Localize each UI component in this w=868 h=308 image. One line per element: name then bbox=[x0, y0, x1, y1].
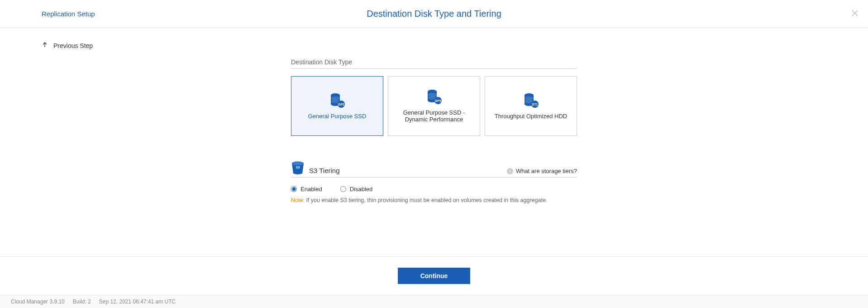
arrow-up-icon bbox=[42, 42, 48, 49]
tiering-section-header: S3 S3 Tiering i What are storage tiers? bbox=[291, 161, 577, 178]
previous-step-link[interactable]: Previous Step bbox=[42, 42, 93, 49]
header-bar: Replication Setup Destination Disk Type … bbox=[0, 0, 868, 28]
radio-input[interactable] bbox=[340, 186, 346, 192]
note-text: If you enable S3 tiering, thin provision… bbox=[306, 197, 547, 203]
disk-type-card-gp2[interactable]: GP2 General Purpose SSD bbox=[291, 76, 383, 136]
page-title: Destination Disk Type and Tiering bbox=[0, 9, 868, 19]
storage-tiers-help-link[interactable]: i What are storage tiers? bbox=[507, 168, 577, 174]
disk-type-card-st1[interactable]: ST1 Throughput Optimized HDD bbox=[485, 76, 577, 136]
disk-type-label: General Purpose SSD - Dynamic Performanc… bbox=[393, 109, 475, 123]
svg-text:ST1: ST1 bbox=[532, 102, 538, 106]
footer-version: Cloud Manager 3.9.10 bbox=[11, 298, 65, 305]
svg-text:S3: S3 bbox=[296, 166, 300, 169]
tiering-radio-enabled[interactable]: Enabled bbox=[291, 186, 322, 192]
disk-type-options: GP2 General Purpose SSD GP3 bbox=[291, 76, 577, 136]
footer-info: Cloud Manager 3.9.10 Build: 2 Sep 12, 20… bbox=[0, 295, 868, 308]
footer-action-bar: Continue bbox=[0, 256, 868, 295]
database-gp2-icon: GP2 bbox=[329, 93, 345, 108]
database-gp3-icon: GP3 bbox=[426, 89, 442, 105]
tiering-radio-disabled[interactable]: Disabled bbox=[340, 186, 373, 192]
note-prefix: Note: bbox=[291, 197, 305, 203]
breadcrumb[interactable]: Replication Setup bbox=[42, 10, 95, 18]
database-st1-icon: ST1 bbox=[523, 93, 539, 108]
info-icon: i bbox=[507, 168, 513, 174]
disk-type-card-gp3[interactable]: GP3 General Purpose SSD - Dynamic Perfor… bbox=[388, 76, 480, 136]
svg-point-10 bbox=[428, 93, 437, 96]
tiering-note: Note: If you enable S3 tiering, thin pro… bbox=[291, 197, 577, 203]
disk-type-label: Throughput Optimized HDD bbox=[495, 113, 567, 120]
footer-build: Build: 2 bbox=[73, 298, 91, 305]
disk-type-label: General Purpose SSD bbox=[308, 113, 367, 120]
close-icon[interactable] bbox=[851, 9, 859, 19]
svg-text:GP3: GP3 bbox=[435, 99, 441, 102]
radio-label: Enabled bbox=[300, 186, 322, 192]
s3-bucket-icon: S3 bbox=[291, 161, 305, 174]
svg-point-3 bbox=[331, 96, 340, 100]
previous-step-label: Previous Step bbox=[53, 42, 93, 49]
help-text: What are storage tiers? bbox=[516, 168, 577, 174]
svg-point-22 bbox=[292, 162, 303, 165]
svg-text:GP2: GP2 bbox=[338, 102, 344, 106]
disk-type-section-label: Destination Disk Type bbox=[291, 58, 577, 69]
tiering-title: S3 Tiering bbox=[309, 167, 340, 174]
radio-label: Disabled bbox=[350, 186, 373, 192]
footer-timestamp: Sep 12, 2021 06:47:41 am UTC bbox=[99, 298, 176, 305]
continue-button[interactable]: Continue bbox=[398, 268, 471, 284]
tiering-radio-group: Enabled Disabled bbox=[291, 186, 577, 192]
radio-input[interactable] bbox=[291, 186, 297, 192]
svg-point-17 bbox=[525, 96, 534, 100]
